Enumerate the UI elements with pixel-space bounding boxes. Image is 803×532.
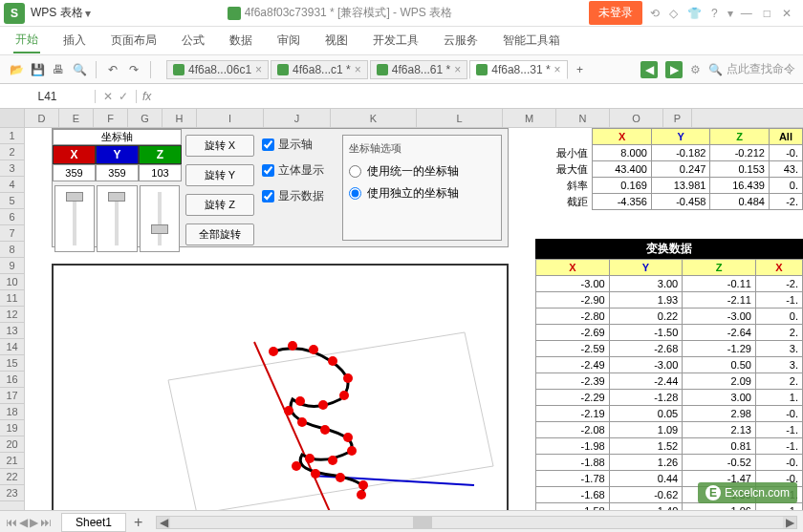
cell[interactable]: 13.981 <box>651 178 710 194</box>
row-header[interactable]: 5 <box>0 193 24 209</box>
row-header[interactable]: 11 <box>0 290 24 307</box>
row-header[interactable]: 12 <box>0 307 24 323</box>
row-header[interactable]: 6 <box>0 209 24 225</box>
cell[interactable]: 43.400 <box>593 161 652 178</box>
row-header[interactable]: 21 <box>0 453 24 469</box>
cell[interactable]: 1.09 <box>609 422 683 438</box>
tab-close-icon[interactable]: × <box>355 63 361 76</box>
cell[interactable]: 3.00 <box>683 390 756 406</box>
cell[interactable]: -0.182 <box>651 145 710 161</box>
close-icon[interactable]: ✕ <box>782 7 792 20</box>
cell[interactable]: 0.50 <box>683 357 756 373</box>
cell[interactable]: -2.59 <box>536 341 610 357</box>
cell[interactable]: 0. <box>755 309 802 325</box>
cell[interactable]: -2. <box>769 194 802 210</box>
cell[interactable]: 0. <box>769 178 802 194</box>
slider-x[interactable] <box>54 185 95 252</box>
sheet-nav-last-icon[interactable]: ⏭ <box>40 516 52 529</box>
show-data-checkbox[interactable]: 显示数据 <box>262 188 336 204</box>
sheet-content[interactable]: DEFGHIJKLMNOP 坐标轴 X Y Z 359 359 103 <box>25 109 803 510</box>
cell[interactable]: 2. <box>755 325 802 341</box>
cell[interactable]: 0.05 <box>609 406 683 422</box>
confirm-icon[interactable]: ✓ <box>119 90 128 103</box>
cell[interactable]: -1.28 <box>609 390 683 406</box>
cell[interactable]: -2. <box>755 276 802 292</box>
scroll-left-icon[interactable]: ◀ <box>157 517 170 528</box>
cell[interactable]: 0.169 <box>593 178 652 194</box>
document-tab[interactable]: 4f6a8...c1 *× <box>271 60 368 79</box>
cell[interactable]: 0.44 <box>609 471 683 487</box>
column-header[interactable]: K <box>331 109 417 127</box>
cell[interactable]: 1. <box>755 503 802 511</box>
document-tab[interactable]: 4f6a8...61 *× <box>370 60 467 79</box>
menu-start[interactable]: 开始 <box>13 28 40 53</box>
cell[interactable]: 0.153 <box>710 161 770 178</box>
cell[interactable]: 1.93 <box>609 292 683 309</box>
cell[interactable]: -1.06 <box>683 503 756 511</box>
cell[interactable]: -0.458 <box>651 194 710 210</box>
column-header[interactable]: E <box>59 109 94 127</box>
cell[interactable]: -1.29 <box>683 341 756 357</box>
column-header[interactable]: F <box>94 109 128 127</box>
row-header[interactable]: 1 <box>0 128 24 144</box>
cell[interactable]: 3. <box>755 357 802 373</box>
row-header[interactable]: 9 <box>0 258 24 274</box>
row-header[interactable]: 22 <box>0 469 24 485</box>
sheet-nav-prev-icon[interactable]: ◀ <box>19 516 28 529</box>
rotate-all-button[interactable]: 全部旋转 <box>185 223 254 245</box>
formula-input[interactable] <box>157 90 803 103</box>
cell[interactable]: 0.22 <box>609 309 683 325</box>
column-header[interactable]: L <box>417 109 503 127</box>
tab-close-icon[interactable]: × <box>454 63 461 76</box>
cell[interactable]: 0.484 <box>710 194 770 210</box>
feedback-icon[interactable]: ? <box>711 7 718 20</box>
cell[interactable]: -2.19 <box>536 406 610 422</box>
scroll-right-icon[interactable]: ▶ <box>783 517 796 528</box>
unified-axis-radio[interactable]: 使用统一的坐标轴 <box>349 163 495 180</box>
show-axis-checkbox[interactable]: 显示轴 <box>262 137 336 153</box>
sheet-nav-next-icon[interactable]: ▶ <box>30 516 38 529</box>
cell[interactable]: -1.50 <box>609 325 683 341</box>
menu-review[interactable]: 审阅 <box>275 29 302 53</box>
row-header[interactable]: 2 <box>0 144 24 160</box>
app-menu-dropdown-icon[interactable]: ▾ <box>85 7 91 20</box>
select-all-corner[interactable] <box>0 109 24 128</box>
cell[interactable]: -1. <box>755 292 802 309</box>
slider-y[interactable] <box>97 185 137 252</box>
column-header[interactable]: M <box>503 109 556 127</box>
column-header[interactable]: P <box>663 109 692 127</box>
cell-reference-box[interactable]: L41 <box>0 90 96 103</box>
tab-close-icon[interactable]: × <box>255 63 262 76</box>
slider-z[interactable] <box>140 185 180 252</box>
tab-close-icon[interactable]: × <box>554 63 561 76</box>
row-header[interactable]: 20 <box>0 436 24 453</box>
login-button[interactable]: 未登录 <box>589 1 642 25</box>
rotate-z-button[interactable]: 旋转 Z <box>185 194 254 216</box>
row-header[interactable]: 3 <box>0 160 24 177</box>
column-header[interactable]: H <box>163 109 197 127</box>
cell[interactable]: -1.58 <box>536 503 610 511</box>
cell[interactable]: 0.247 <box>651 161 710 178</box>
row-header[interactable]: 18 <box>0 404 24 420</box>
cell[interactable]: -4.356 <box>593 194 652 210</box>
sync-icon[interactable]: ⟲ <box>650 7 660 20</box>
cell[interactable]: -3.00 <box>683 309 756 325</box>
cell[interactable]: -1.78 <box>536 471 610 487</box>
cell[interactable]: -0.52 <box>683 455 756 471</box>
column-header[interactable]: D <box>25 109 59 127</box>
rotate-y-button[interactable]: 旋转 Y <box>185 164 254 186</box>
nav-left-button[interactable]: ◀ <box>640 61 658 78</box>
add-sheet-button[interactable]: + <box>126 514 150 531</box>
more-icon[interactable]: ▾ <box>727 7 733 20</box>
cell[interactable]: -1. <box>755 438 802 455</box>
maximize-icon[interactable]: □ <box>764 7 770 20</box>
cell[interactable]: -3.00 <box>536 276 610 292</box>
sheet-tab-sheet1[interactable]: Sheet1 <box>61 513 126 532</box>
cell[interactable]: 2.13 <box>683 422 756 438</box>
menu-layout[interactable]: 页面布局 <box>109 29 159 53</box>
scrollbar-thumb[interactable] <box>413 517 432 528</box>
cell[interactable]: -0. <box>755 406 802 422</box>
cell[interactable]: -1.40 <box>609 503 683 511</box>
row-header[interactable]: 10 <box>0 274 24 290</box>
row-header[interactable]: 23 <box>0 485 24 501</box>
